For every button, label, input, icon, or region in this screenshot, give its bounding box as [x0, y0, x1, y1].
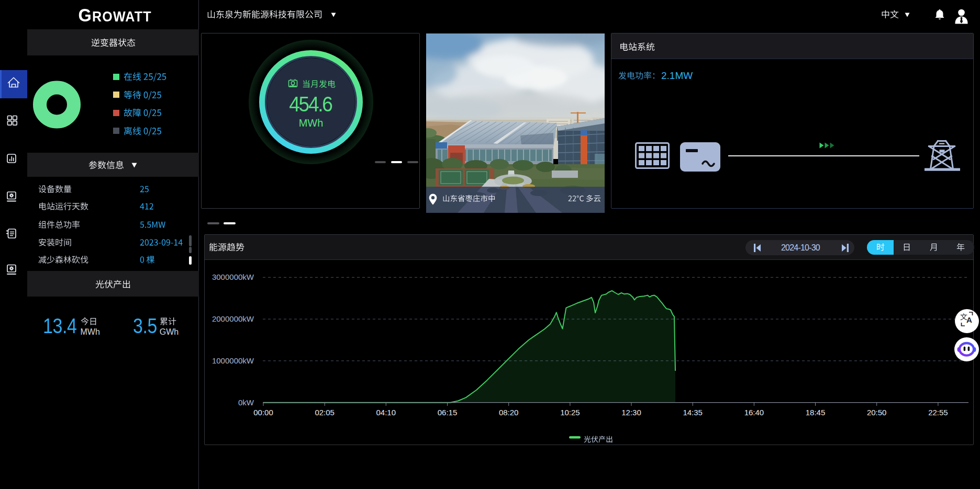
svg-text:08:20: 08:20 — [499, 408, 519, 417]
svg-text:1000000kW: 1000000kW — [212, 356, 254, 365]
svg-text:00:00: 00:00 — [253, 408, 273, 417]
svg-text:02:05: 02:05 — [315, 408, 335, 417]
svg-text:0kW: 0kW — [238, 398, 254, 407]
svg-text:16:40: 16:40 — [744, 408, 764, 417]
svg-text:10:25: 10:25 — [560, 408, 580, 417]
svg-text:18:45: 18:45 — [806, 408, 826, 417]
svg-text:22:55: 22:55 — [928, 408, 948, 417]
svg-text:20:50: 20:50 — [867, 408, 887, 417]
svg-text:12:30: 12:30 — [621, 408, 641, 417]
svg-text:06:15: 06:15 — [438, 408, 458, 417]
svg-text:3000000kW: 3000000kW — [212, 272, 254, 281]
svg-text:04:10: 04:10 — [376, 408, 396, 417]
svg-text:2000000kW: 2000000kW — [212, 314, 254, 323]
svg-text:14:35: 14:35 — [683, 408, 703, 417]
